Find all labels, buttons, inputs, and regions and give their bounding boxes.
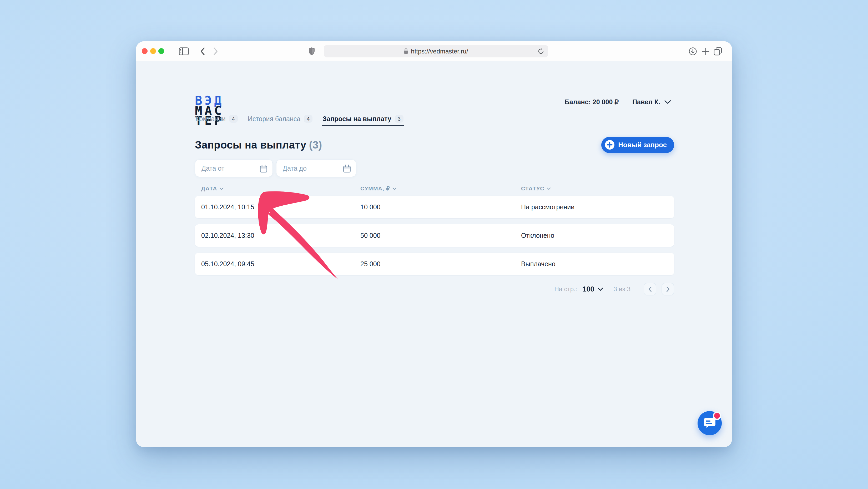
column-header-status[interactable]: СТАТУС: [521, 185, 551, 192]
address-bar[interactable]: https://vedmaster.ru/: [324, 45, 548, 57]
url-text: https://vedmaster.ru/: [411, 48, 468, 55]
page-title-text: Запросы на выплату: [195, 139, 306, 151]
cell-amount: 25 000: [360, 253, 380, 275]
column-label: ДАТА: [201, 185, 217, 192]
tab-companies[interactable]: Компании 4: [195, 112, 238, 125]
back-button[interactable]: [198, 41, 208, 61]
browser-window: https://vedmaster.ru/: [136, 41, 732, 447]
chevron-right-icon: [666, 287, 670, 292]
date-to-field[interactable]: [276, 160, 356, 177]
new-request-button[interactable]: Новый запрос: [601, 137, 674, 153]
next-page-button[interactable]: [661, 283, 674, 295]
forward-button[interactable]: [211, 41, 220, 61]
balance-label: Баланс: 20 000 ₽: [565, 98, 619, 106]
page-title-count: (3): [309, 139, 322, 151]
tab-count-badge: 4: [304, 115, 312, 123]
cell-date: 01.10.2024, 10:15: [201, 196, 254, 218]
tab-label: Компании: [195, 115, 226, 123]
sort-chevron-icon: [393, 188, 396, 190]
table-row[interactable]: 01.10.2024, 10:15 10 000 На рассмотрении: [195, 196, 674, 218]
tab-label: Запросы на выплату: [322, 115, 391, 123]
tab-balance-history[interactable]: История баланса 4: [247, 112, 313, 125]
sidebar-toggle-icon[interactable]: [178, 41, 190, 61]
cell-status: На рассмотрении: [521, 196, 575, 218]
column-label: СУММА, ₽: [360, 185, 390, 192]
per-page-label: На стр.:: [554, 285, 577, 293]
sort-chevron-icon: [547, 188, 551, 190]
date-filters: [195, 160, 674, 177]
cell-status: Отклонено: [521, 224, 554, 247]
calendar-icon[interactable]: [343, 164, 351, 173]
date-from-field[interactable]: [195, 160, 273, 177]
per-page-value: 100: [582, 285, 594, 293]
user-menu[interactable]: Павел К.: [632, 98, 671, 106]
plus-circle-icon: [605, 140, 615, 150]
new-tab-plus-icon[interactable]: [701, 41, 710, 61]
main-content: Запросы на выплату(3) Новый запрос: [195, 136, 674, 297]
cell-amount: 10 000: [360, 196, 380, 218]
table-body: 01.10.2024, 10:15 10 000 На рассмотрении…: [195, 196, 674, 275]
zoom-window-button[interactable]: [158, 48, 164, 54]
page-title: Запросы на выплату(3): [195, 139, 322, 151]
table-row[interactable]: 02.10.2024, 13:30 50 000 Отклонено: [195, 224, 674, 247]
downloads-icon[interactable]: [688, 41, 698, 61]
tab-payout-requests[interactable]: Запросы на выплату 3: [322, 112, 404, 125]
main-tabs: Компании 4 История баланса 4 Запросы на …: [195, 112, 404, 125]
cell-date: 02.10.2024, 13:30: [201, 224, 254, 247]
calendar-icon[interactable]: [259, 164, 268, 173]
page-summary: 3 из 3: [614, 285, 630, 293]
notification-dot: [713, 411, 721, 420]
padlock-icon: [404, 48, 408, 54]
tab-label: История баланса: [248, 115, 300, 123]
chevron-left-icon: [648, 287, 652, 292]
cell-status: Выплачено: [521, 253, 556, 275]
user-name: Павел К.: [632, 98, 660, 106]
per-page-select[interactable]: 100: [582, 285, 603, 293]
privacy-shield-icon[interactable]: [306, 41, 317, 61]
table-row[interactable]: 05.10.2024, 09:45 25 000 Выплачено: [195, 253, 674, 275]
column-header-amount[interactable]: СУММА, ₽: [360, 185, 396, 192]
close-window-button[interactable]: [142, 48, 148, 54]
pagination: На стр.: 100 3 из 3: [195, 281, 674, 297]
chevron-down-icon: [598, 288, 603, 291]
sort-chevron-icon: [220, 188, 224, 190]
minimize-window-button[interactable]: [150, 48, 156, 54]
column-label: СТАТУС: [521, 185, 545, 192]
cell-amount: 50 000: [360, 224, 380, 247]
tab-count-badge: 4: [229, 115, 238, 123]
previous-page-button[interactable]: [644, 283, 656, 295]
table-header: ДАТА СУММА, ₽ СТАТУС: [195, 181, 674, 196]
cell-date: 05.10.2024, 09:45: [201, 253, 254, 275]
tab-overview-icon[interactable]: [713, 41, 723, 61]
chevron-down-icon: [664, 100, 671, 104]
column-header-date[interactable]: ДАТА: [201, 185, 224, 192]
new-request-label: Новый запрос: [618, 141, 667, 149]
reload-button[interactable]: [537, 48, 545, 56]
browser-titlebar: https://vedmaster.ru/: [136, 41, 732, 61]
chat-widget-button[interactable]: [698, 411, 722, 435]
tab-count-badge: 3: [395, 115, 403, 123]
